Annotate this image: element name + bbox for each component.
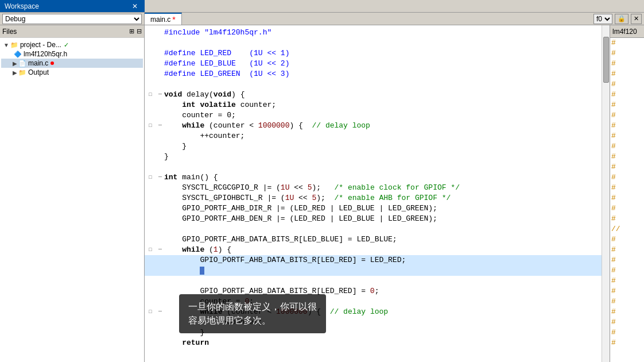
right-code-line: # bbox=[610, 296, 644, 307]
breakpoint-marker[interactable]: □ bbox=[149, 90, 152, 100]
tab-lock-button[interactable]: 🔒 bbox=[615, 14, 629, 24]
code-line-highlighted: GPIO_PORTF_AHB_DATA_BITS_R[LED_RED] = LE… bbox=[145, 255, 602, 265]
workspace-close-button[interactable]: ✕ bbox=[130, 2, 140, 10]
code-line bbox=[145, 38, 602, 48]
code-text bbox=[164, 38, 602, 48]
file-icon-2[interactable]: ⊟ bbox=[137, 28, 142, 35]
subtitle-overlay: 一旦你的函数被定义，你可以很 容易地调用它多次。 bbox=[179, 294, 326, 333]
line-gutter: □ bbox=[145, 90, 156, 100]
workspace-label: Workspace bbox=[5, 2, 39, 10]
code-text: SYSCTL_RCGCGPIO_R |= (1U << 5); /* enabl… bbox=[164, 183, 602, 193]
right-panel-code: # # # # # # # # # # # # # # # # # bbox=[610, 38, 644, 362]
code-line bbox=[145, 162, 602, 172]
code-line: #define LED_GREEN (1U << 3) bbox=[145, 69, 602, 79]
files-label: Files bbox=[2, 28, 17, 36]
code-text: } bbox=[164, 141, 602, 152]
tree-item-h[interactable]: 🔷 lm4f120h5qr.h bbox=[1, 49, 143, 59]
project-checkmark: ✓ bbox=[64, 41, 69, 49]
right-code-line: # bbox=[610, 307, 644, 317]
right-code-line: # bbox=[610, 328, 644, 338]
code-line: #include "lm4f120h5qr.h" bbox=[145, 28, 602, 38]
cursor-line bbox=[145, 265, 602, 276]
breakpoint-marker5[interactable]: □ bbox=[149, 307, 152, 317]
code-text: #include "lm4f120h5qr.h" bbox=[164, 28, 602, 38]
editor-scrollbar[interactable] bbox=[602, 25, 610, 362]
code-line: #define LED_BLUE (1U << 2) bbox=[145, 59, 602, 69]
tab-close-button[interactable]: ✕ bbox=[631, 14, 642, 24]
tab-right-controls: f0 🔒 ✕ bbox=[591, 13, 644, 25]
right-code-line: # bbox=[610, 100, 644, 110]
tab-modified-marker: * bbox=[172, 16, 175, 24]
right-panel-tab: lm4f120 bbox=[610, 25, 644, 38]
breakpoint-marker3[interactable]: □ bbox=[149, 172, 152, 183]
main-c-tab[interactable]: main.c * bbox=[145, 13, 182, 25]
tree-item-output[interactable]: ▶ 📁 Output bbox=[1, 68, 143, 77]
code-text: while (1) { bbox=[164, 245, 602, 255]
code-text: GPIO_PORTF_AHB_DATA_BITS_R[LED_BLUE] = L… bbox=[164, 234, 602, 245]
right-code-line: # bbox=[610, 172, 644, 183]
code-scroll[interactable]: #include "lm4f120h5qr.h" #de bbox=[145, 25, 602, 362]
code-line: } bbox=[145, 141, 602, 152]
line-gutter: □ bbox=[145, 245, 156, 255]
c-file-label: main.c bbox=[28, 59, 48, 67]
debug-dropdown[interactable]: Debug bbox=[2, 14, 142, 24]
fold-marker[interactable]: ─ bbox=[156, 172, 164, 183]
right-code-line: # bbox=[610, 286, 644, 296]
line-gutter: □ bbox=[145, 172, 156, 183]
code-line: #define LED_RED (1U << 1) bbox=[145, 48, 602, 59]
tab-bar: main.c * f0 🔒 ✕ bbox=[145, 13, 644, 25]
code-text: ++counter; bbox=[164, 131, 602, 141]
right-code-line: # bbox=[610, 79, 644, 90]
fold-marker[interactable]: ─ bbox=[156, 307, 164, 317]
h-file-label: lm4f120h5qr.h bbox=[24, 50, 67, 58]
code-editor[interactable]: #include "lm4f120h5qr.h" #de bbox=[145, 25, 610, 362]
fold-marker[interactable]: ─ bbox=[156, 245, 164, 255]
fold-marker[interactable]: ─ bbox=[156, 121, 164, 131]
code-text bbox=[164, 265, 602, 276]
code-line: SYSCTL_GPIOHBCTL_R |= (1U << 5); /* enab… bbox=[145, 193, 602, 203]
right-code-line: // bbox=[610, 224, 644, 234]
subtitle-line1: 一旦你的函数被定义，你可以很 bbox=[188, 300, 317, 314]
right-code-line: # bbox=[610, 193, 644, 203]
fold-marker[interactable]: ─ bbox=[156, 90, 164, 100]
right-code-line: # bbox=[610, 203, 644, 214]
right-code-line: # bbox=[610, 276, 644, 286]
sidebar: Debug Files ⊞ ⊟ ▼ 📁 project - De... ✓ 🔷 bbox=[0, 13, 145, 362]
code-text: int main() { bbox=[164, 172, 602, 183]
right-code-line: # bbox=[610, 152, 644, 162]
c-expand-icon: ▶ bbox=[13, 60, 17, 67]
function-selector[interactable]: f0 bbox=[593, 14, 612, 24]
right-code-line: # bbox=[610, 317, 644, 328]
right-code-line: # bbox=[610, 245, 644, 255]
code-line: return bbox=[145, 338, 602, 348]
code-line: int volatile counter; bbox=[145, 100, 602, 110]
right-code-line: # bbox=[610, 69, 644, 79]
breakpoint-marker4[interactable]: □ bbox=[149, 245, 152, 255]
code-line bbox=[145, 79, 602, 90]
c-file-icon: 📄 bbox=[18, 60, 26, 67]
project-root[interactable]: ▼ 📁 project - De... ✓ bbox=[1, 40, 143, 49]
right-code-line: # bbox=[610, 59, 644, 69]
code-text: #define LED_RED (1U << 1) bbox=[164, 48, 602, 59]
right-code-line: # bbox=[610, 131, 644, 141]
right-code-line: # bbox=[610, 265, 644, 276]
code-text: while (counter < 1000000) { // delay loo… bbox=[164, 121, 602, 131]
h-file-icon: 🔷 bbox=[14, 51, 22, 58]
right-code-line: # bbox=[610, 90, 644, 100]
code-line: SYSCTL_RCGCGPIO_R |= (1U << 5); /* enabl… bbox=[145, 183, 602, 193]
file-icon-1[interactable]: ⊞ bbox=[129, 28, 134, 35]
line-gutter: □ bbox=[145, 307, 156, 317]
code-text: SYSCTL_GPIOHBCTL_R |= (1U << 5); /* enab… bbox=[164, 193, 602, 203]
modified-dot bbox=[51, 61, 54, 65]
code-line: } bbox=[145, 152, 602, 162]
expand-icon: ▼ bbox=[3, 42, 9, 48]
code-line: □ ─ while (counter < 1000000) { // delay… bbox=[145, 121, 602, 131]
code-line bbox=[145, 276, 602, 286]
scrollbar-thumb[interactable] bbox=[603, 37, 609, 83]
line-gutter: □ bbox=[145, 121, 156, 131]
tree-item-mainc[interactable]: ▶ 📄 main.c bbox=[1, 59, 143, 68]
code-line: counter = 0; bbox=[145, 110, 602, 121]
breakpoint-marker2[interactable]: □ bbox=[149, 121, 152, 131]
right-code-line: # bbox=[610, 183, 644, 193]
debug-bar: Debug bbox=[0, 13, 144, 25]
